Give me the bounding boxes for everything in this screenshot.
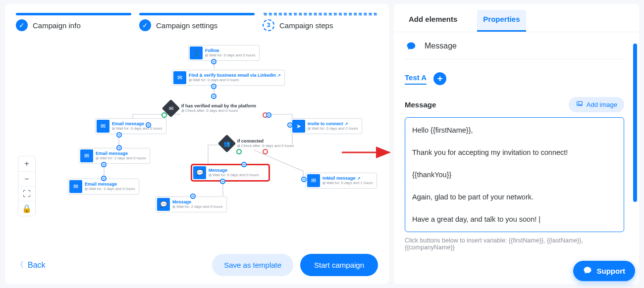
node-email-2[interactable]: ✉ Email message Wait for: 2 days and 0 h… <box>79 148 150 164</box>
support-button[interactable]: Support <box>573 261 636 281</box>
node-find-email[interactable]: ✉ Find & verify business email via Linke… <box>172 70 285 86</box>
node-if-connected[interactable]: 👥 If connected Check after: 0 days and 0… <box>220 137 294 150</box>
port-true[interactable] <box>236 149 242 154</box>
ab-variants: Test A + <box>405 72 624 85</box>
step-label: Campaign steps <box>279 21 333 30</box>
external-link-icon: ↗ <box>357 176 361 181</box>
node-inmail[interactable]: ✉ InMail message↗ Wait for: 0 days and 1… <box>306 173 377 189</box>
port-true[interactable] <box>161 112 167 118</box>
flow-canvas[interactable]: 👤 Follow Wait for: 0 days and 0 hours × … <box>16 35 378 251</box>
external-link-icon: ↗ <box>345 122 348 126</box>
port[interactable]: × <box>190 193 196 199</box>
port[interactable]: × <box>116 132 122 138</box>
port[interactable]: × <box>101 176 107 181</box>
port[interactable]: × <box>116 145 122 150</box>
port[interactable]: × <box>146 122 151 128</box>
zoom-lock-button[interactable]: 🔒 <box>18 201 35 216</box>
message-section-label: Message <box>405 100 436 109</box>
check-icon: ✓ <box>16 19 28 31</box>
node-if-verified[interactable]: ✉ If has verified email by the platform … <box>164 102 256 115</box>
zoom-out-button[interactable]: − <box>18 171 35 186</box>
chat-icon <box>583 266 592 276</box>
port[interactable]: × <box>241 162 247 167</box>
element-type-header: Message <box>405 41 624 59</box>
add-image-button[interactable]: Add image <box>569 97 624 112</box>
node-invite[interactable]: ➤ Invite to connect↗ Wait for: 0 days an… <box>291 118 362 134</box>
step-label: Campaign settings <box>156 21 217 30</box>
step-number-badge: 3 <box>263 19 274 31</box>
email-icon: ✉ <box>97 120 109 133</box>
node-message-2[interactable]: 💬 Message Wait for: 2 days and 0 hours <box>156 196 227 212</box>
email-icon: ✉ <box>69 180 82 193</box>
chevron-left-icon: 〈 <box>16 260 24 270</box>
inmail-icon: ✉ <box>307 174 320 187</box>
back-button[interactable]: 〈 Back <box>16 260 46 270</box>
check-icon: ✓ <box>139 19 151 31</box>
variable-hint: Click buttons below to insert variable: … <box>405 237 624 251</box>
invite-icon: ➤ <box>292 120 305 133</box>
add-variant-button[interactable]: + <box>433 72 446 85</box>
campaign-builder: ✓ Campaign info ✓ Campaign settings 3 Ca… <box>5 4 389 284</box>
properties-panel: Add elements Properties Message Test A +… <box>394 4 639 284</box>
node-follow[interactable]: 👤 Follow Wait for: 0 days and 0 hours <box>188 45 260 61</box>
message-icon: 💬 <box>157 198 170 211</box>
port[interactable]: × <box>101 162 107 167</box>
start-campaign-button[interactable]: Start campaign <box>300 254 378 276</box>
builder-footer: 〈 Back Save as template Start campaign <box>16 251 378 276</box>
image-icon <box>576 100 584 109</box>
zoom-in-button[interactable]: + <box>18 156 35 171</box>
message-icon: 💬 <box>193 166 206 179</box>
port[interactable]: × <box>301 177 307 182</box>
step-campaign-info[interactable]: ✓ Campaign info <box>16 13 131 31</box>
port[interactable]: × <box>287 122 293 128</box>
port[interactable]: × <box>211 94 216 99</box>
email-icon: ✉ <box>80 149 93 162</box>
stepper: ✓ Campaign info ✓ Campaign settings 3 Ca… <box>16 13 378 31</box>
ab-variant-a[interactable]: Test A <box>405 73 427 85</box>
element-type-label: Message <box>425 42 457 50</box>
tab-add-elements[interactable]: Add elements <box>403 10 463 32</box>
step-label: Campaign info <box>33 21 81 30</box>
message-icon <box>405 41 418 51</box>
port[interactable]: × <box>266 112 271 118</box>
zoom-fit-button[interactable]: ⛶ <box>18 186 35 201</box>
verify-email-icon: ✉ <box>173 71 186 84</box>
port[interactable]: × <box>211 59 216 64</box>
save-template-button[interactable]: Save as template <box>212 254 293 276</box>
step-campaign-steps[interactable]: 3 Campaign steps <box>263 13 378 31</box>
port[interactable]: × <box>220 179 225 184</box>
external-link-icon: ↗ <box>277 73 281 78</box>
condition-icon: 👥 <box>218 135 236 153</box>
port[interactable]: × <box>211 84 216 89</box>
tab-properties[interactable]: Properties <box>477 10 526 32</box>
zoom-controls: + − ⛶ 🔒 <box>18 156 36 216</box>
node-email-1[interactable]: ✉ Email message Wait for: 0 days and 0 h… <box>95 118 166 134</box>
port-false[interactable] <box>263 149 268 154</box>
follow-icon: 👤 <box>190 47 203 59</box>
panel-tabs: Add elements Properties <box>394 4 639 32</box>
step-campaign-settings[interactable]: ✓ Campaign settings <box>139 13 255 31</box>
message-textarea[interactable]: Hello {{firstName}}, Thank you for accep… <box>405 117 624 232</box>
node-message-selected[interactable]: 💬 Message Wait for: 0 days and 0 hours <box>192 165 269 181</box>
